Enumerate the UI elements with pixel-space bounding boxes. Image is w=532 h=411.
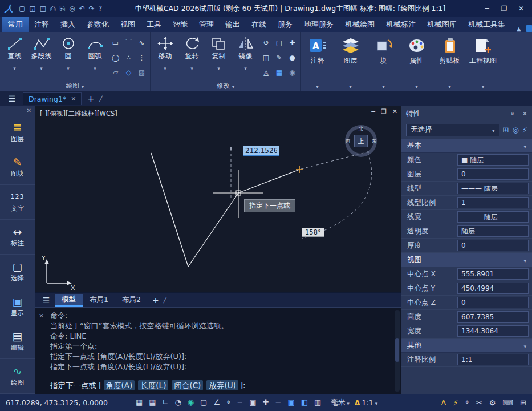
section-header-basic[interactable]: 基本 <box>401 139 532 153</box>
annotate-group-label[interactable] <box>301 81 334 91</box>
status-tool-icon[interactable]: ⊞ <box>520 398 526 407</box>
status-tool-icon[interactable]: ⚡ <box>453 398 458 407</box>
layout-tab[interactable]: 模型 <box>55 294 83 307</box>
quick-access-icon[interactable]: ↶ <box>79 5 85 13</box>
left-toolbar-item[interactable]: ▢ 选择 <box>0 255 35 289</box>
properties-group-label[interactable] <box>400 81 433 91</box>
left-toolbar-item[interactable]: ≣ 图层 <box>0 115 35 150</box>
draw-extra-tool-icon[interactable]: ∴ <box>122 50 135 65</box>
block-group-label[interactable] <box>367 81 400 91</box>
status-tool-icon[interactable]: ⌖ <box>465 398 469 407</box>
drawing-canvas[interactable]: Y X [-][俯视][二维线框][WCS] ─ ❐ ✕ 北 西 东 上 指定下… <box>35 106 401 292</box>
draw-group-label[interactable]: 绘图 <box>2 81 148 91</box>
dynamic-dimension-input[interactable] <box>243 146 279 156</box>
close-icon[interactable]: ✕ <box>71 95 76 103</box>
status-toggle-icon[interactable]: ◉ <box>188 398 194 407</box>
status-tool-icon[interactable]: A <box>441 398 446 407</box>
draw-extra-tool-icon[interactable]: ▭ <box>109 35 122 50</box>
property-value[interactable]: 随层 <box>457 225 529 237</box>
ribbon-tab[interactable]: 机械标注 <box>380 17 421 32</box>
ribbon-tab[interactable]: 机械图库 <box>421 17 462 32</box>
property-value[interactable]: ——— 随层 <box>457 211 529 223</box>
quick-access-icon[interactable]: ▢ <box>19 5 25 13</box>
annotate-button[interactable]: A 注释 <box>301 34 334 81</box>
status-toggle-icon[interactable]: ▦ <box>149 398 156 407</box>
arc-tool-button[interactable]: 圆弧 <box>82 34 108 81</box>
modify-extra-tool-icon[interactable]: ▦ <box>273 65 286 80</box>
canvas-restore-button[interactable]: ❐ <box>381 108 387 115</box>
mirror-tool-button[interactable]: 镜像 <box>233 34 258 81</box>
status-tool-icon[interactable]: ✂ <box>476 398 482 407</box>
chevron-down-icon[interactable] <box>67 62 70 72</box>
viewcube-top-face[interactable]: 上 <box>354 135 368 147</box>
status-toggle-icon[interactable]: ✚ <box>263 398 269 407</box>
ribbon-tab[interactable]: 智能 <box>167 17 193 32</box>
scrollbar-thumb[interactable] <box>395 338 399 362</box>
left-toolbar-item[interactable]: ✎ 图块 <box>0 150 35 185</box>
circle-tool-button[interactable]: 圆 <box>55 34 81 81</box>
property-value[interactable]: 1 <box>457 197 529 208</box>
section-header-misc[interactable]: 其他 <box>401 339 532 353</box>
modify-extra-tool-icon[interactable]: ● <box>286 50 299 65</box>
status-toggle-icon[interactable]: ▥ <box>314 398 321 407</box>
chevron-down-icon[interactable] <box>40 62 43 72</box>
modify-extra-tool-icon[interactable]: ✎ <box>273 50 286 65</box>
quick-access-icon[interactable]: ◎ <box>69 5 75 13</box>
chevron-down-icon[interactable] <box>244 62 247 72</box>
property-value[interactable]: 607.7385 <box>457 311 529 323</box>
clipboard-group-label[interactable] <box>433 81 466 91</box>
command-option-chip[interactable]: 角度(A) <box>104 380 135 390</box>
viewport-controls[interactable]: [-][俯视][二维线框][WCS] <box>40 110 117 118</box>
layer-group-label[interactable] <box>334 81 367 91</box>
ribbon-tab[interactable]: 在线 <box>246 17 272 32</box>
ribbon-tab[interactable]: 工具 <box>141 17 167 32</box>
modify-extra-tool-icon[interactable]: ◉ <box>286 65 299 80</box>
status-toggle-icon[interactable]: ▣ <box>287 398 294 407</box>
draw-extra-tool-icon[interactable]: ∿ <box>135 35 148 50</box>
quick-access-icon[interactable]: ◳ <box>40 5 46 13</box>
ribbon-tab[interactable]: 输出 <box>220 17 246 32</box>
draw-extra-tool-icon[interactable]: ▱ <box>109 65 122 80</box>
status-toggle-icon[interactable]: ▦ <box>136 398 143 407</box>
draw-extra-tool-icon[interactable]: ⋮ <box>135 50 148 65</box>
ribbon-tab[interactable]: 参数化 <box>81 17 115 32</box>
viewcube-north-label[interactable]: 北 <box>359 126 363 132</box>
property-value[interactable]: 0 <box>457 240 529 251</box>
engineering-view-group-label[interactable] <box>466 81 499 91</box>
property-value[interactable]: 1344.3064 <box>457 325 529 337</box>
left-toolbar-close[interactable]: ✕ <box>0 106 35 115</box>
modify-extra-tool-icon[interactable]: ◫ <box>259 50 273 65</box>
command-option-chip[interactable]: 闭合(C) <box>172 380 203 390</box>
ribbon-tab[interactable]: 服务 <box>272 17 298 32</box>
command-option-chip[interactable]: 长度(L) <box>138 380 168 390</box>
document-tab[interactable]: Drawing1* ✕ <box>23 92 82 105</box>
ribbon-tab[interactable]: 机械绘图 <box>339 17 380 32</box>
ribbon-tab[interactable]: 插入 <box>55 17 81 32</box>
modify-extra-tool-icon[interactable]: ▢ <box>273 35 286 50</box>
pin-icon[interactable]: ⇤ <box>511 110 517 118</box>
ribbon-style-icon[interactable] <box>526 25 532 32</box>
quick-select-icon[interactable]: ◎ <box>513 126 519 134</box>
chevron-down-icon[interactable] <box>164 62 166 72</box>
status-toggle-icon[interactable]: ∟ <box>163 398 169 407</box>
engineering-view-button[interactable]: 工程视图 <box>466 34 499 81</box>
view-cube[interactable]: 北 西 东 上 <box>345 125 377 157</box>
ribbon-tab[interactable]: 地理服务 <box>298 17 339 32</box>
left-toolbar-item[interactable]: ∿ 绘图 <box>0 359 35 394</box>
status-toggle-icon[interactable]: ▣ <box>249 398 256 407</box>
ribbon-tab[interactable]: 注释 <box>29 17 55 32</box>
draw-extra-tool-icon[interactable]: ▨ <box>135 65 148 80</box>
toggle-pickadd-icon[interactable]: ⊞ <box>503 126 509 134</box>
layout-menu-icon[interactable]: ☰ <box>39 296 54 305</box>
status-tool-icon[interactable]: ⚙ <box>489 398 496 407</box>
command-option-chip[interactable]: 放弃(U) <box>206 380 238 390</box>
left-toolbar-item[interactable]: ▤ 编辑 <box>0 324 35 359</box>
section-header-view[interactable]: 视图 <box>401 253 532 267</box>
status-toggle-icon[interactable]: ⌖ <box>226 398 230 407</box>
chevron-down-icon[interactable] <box>217 62 220 72</box>
chevron-down-icon[interactable] <box>190 62 193 72</box>
left-toolbar-item[interactable]: ↔ 标注 <box>0 220 35 255</box>
properties-close-icon[interactable]: ✕ <box>522 110 527 118</box>
maximize-button[interactable]: ❐ <box>496 5 513 13</box>
property-value[interactable]: ——— 随层 <box>457 183 529 194</box>
